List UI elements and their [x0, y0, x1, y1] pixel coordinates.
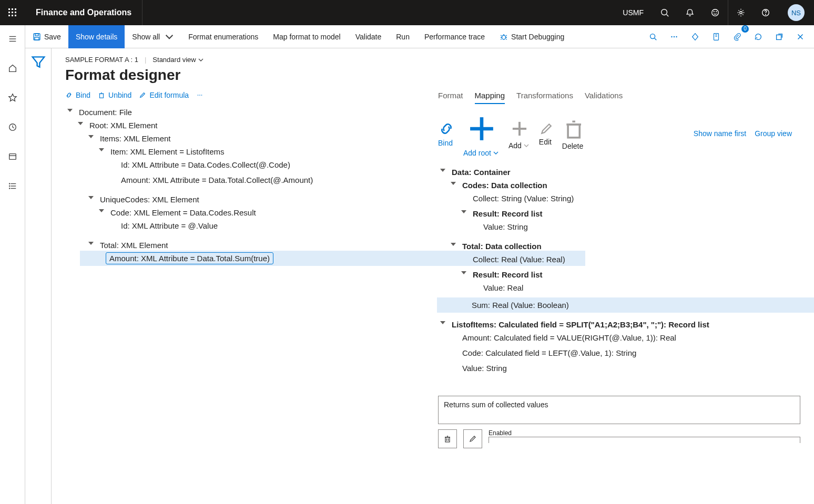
feedback-button[interactable]: [703, 0, 728, 25]
tree-node-amount[interactable]: Amount: XML Attribute = Data.Total.Colle…: [118, 174, 316, 186]
tree-caret[interactable]: [87, 241, 94, 248]
actionbar-popout[interactable]: [770, 27, 789, 46]
actionbar-more[interactable]: [665, 27, 684, 46]
tree-node-id2[interactable]: Id: XML Attribute = @.Value: [118, 220, 221, 231]
actionbar-attachments[interactable]: 0: [728, 27, 747, 46]
tree-node-value-string[interactable]: Value: String: [480, 221, 531, 232]
mapping-bind-button[interactable]: Bind: [438, 120, 455, 147]
tree-node-value-string2[interactable]: Value: String: [459, 363, 510, 374]
tree-node-value-real[interactable]: Value: Real: [480, 282, 526, 293]
tree-node-collect-string[interactable]: Collect: String (Value: String): [470, 193, 577, 204]
tree-caret[interactable]: [77, 121, 83, 128]
format-enumerations-button[interactable]: Format enumerations: [181, 25, 266, 48]
actionbar-office[interactable]: [686, 27, 705, 46]
tree-caret[interactable]: [98, 209, 104, 215]
run-button[interactable]: Run: [389, 25, 417, 48]
start-debugging-button[interactable]: Start Debugging: [492, 25, 572, 48]
tab-transformations[interactable]: Transformations: [516, 91, 573, 104]
view-selector[interactable]: Standard view: [152, 56, 203, 64]
tree-caret[interactable]: [450, 242, 456, 249]
tree-caret[interactable]: [439, 321, 445, 327]
tree-caret[interactable]: [66, 108, 73, 115]
actionbar-close[interactable]: [791, 27, 810, 46]
group-view-button[interactable]: Group view: [755, 129, 792, 138]
actionbar-search[interactable]: [644, 27, 663, 46]
topbar: Finance and Operations USMF NS: [0, 0, 814, 25]
show-details-button[interactable]: Show details: [68, 25, 125, 48]
tree-caret[interactable]: [460, 271, 466, 277]
nav-home[interactable]: [0, 59, 25, 78]
tree-node-code-calc[interactable]: Code: Calculated field = LEFT(@.Value, 1…: [459, 347, 639, 358]
tree-caret[interactable]: [460, 210, 466, 216]
enabled-field[interactable]: [489, 437, 800, 443]
chevron-down-icon: [493, 150, 498, 156]
svg-rect-7: [12, 15, 13, 16]
svg-point-27: [9, 186, 9, 186]
tree-node-sum[interactable]: Sum: Real (Value: Boolean): [469, 300, 572, 311]
app-launcher[interactable]: [0, 0, 25, 25]
map-format-button[interactable]: Map format to model: [266, 25, 348, 48]
nav-rail: [0, 25, 25, 504]
validate-button[interactable]: Validate: [348, 25, 389, 48]
add-root-button[interactable]: Add root: [463, 110, 500, 157]
tree-node-listofitems[interactable]: ListofItems: Calculated field = SPLIT("A…: [449, 319, 713, 330]
tree-node-item[interactable]: Item: XML Element = ListofItems: [107, 146, 228, 157]
svg-point-35: [671, 36, 672, 37]
unbind-button[interactable]: Unbind: [98, 91, 131, 99]
save-button[interactable]: Save: [25, 25, 68, 48]
tree-node-total-amount[interactable]: Amount: XML Attribute = Data.Total.Sum(t…: [106, 253, 273, 264]
tree-node-data[interactable]: Data: Container: [449, 167, 514, 178]
tree-caret[interactable]: [87, 135, 94, 141]
tree-node-items[interactable]: Items: XML Element: [97, 133, 174, 144]
add-button[interactable]: Add: [508, 118, 531, 150]
tree-node-total[interactable]: Total: XML Element: [97, 240, 171, 251]
user-menu[interactable]: NS: [778, 0, 814, 25]
edit-formula-button[interactable]: Edit formula: [139, 91, 189, 99]
nav-hamburger[interactable]: [0, 29, 25, 48]
tree-node-document[interactable]: Document: File: [76, 107, 135, 118]
nav-workspaces[interactable]: [0, 147, 25, 166]
search-button[interactable]: [652, 0, 677, 25]
nav-favorites[interactable]: [0, 88, 25, 107]
edit-formula-button[interactable]: [463, 429, 482, 448]
mapping-tree: Data: Container Codes: Data collection C…: [438, 164, 800, 378]
tree-node-uniquecodes[interactable]: UniqueCodes: XML Element: [97, 194, 202, 205]
enabled-label: Enabled: [489, 429, 800, 437]
bind-label: Bind: [76, 91, 90, 99]
tree-caret[interactable]: [450, 181, 456, 188]
show-all-button[interactable]: Show all: [125, 25, 181, 48]
tree-node-total[interactable]: Total: Data collection: [459, 241, 545, 252]
tab-validations[interactable]: Validations: [585, 91, 623, 104]
help-button[interactable]: [753, 0, 778, 25]
tree-node-result2[interactable]: Result: Record list: [470, 269, 546, 280]
actionbar-office-addin[interactable]: [707, 27, 726, 46]
tree-caret[interactable]: [87, 196, 94, 202]
tree-node-root[interactable]: Root: XML Element: [86, 120, 161, 131]
tree-caret[interactable]: [98, 148, 104, 154]
performance-trace-button[interactable]: Performance trace: [417, 25, 492, 48]
settings-button[interactable]: [728, 0, 753, 25]
tab-format[interactable]: Format: [438, 91, 463, 104]
org-selector[interactable]: USMF: [614, 0, 652, 25]
tree-node-id[interactable]: Id: XML Attribute = Data.Codes.Collect(@…: [118, 159, 293, 170]
bind-button[interactable]: Bind: [65, 91, 90, 99]
pencil-icon: [539, 121, 554, 136]
tree-node-code[interactable]: Code: XML Element = Data.Codes.Result: [107, 207, 259, 218]
show-name-first-button[interactable]: Show name first: [694, 129, 746, 138]
nav-modules[interactable]: [0, 177, 25, 196]
delete-formula-button[interactable]: [438, 429, 457, 448]
tree-node-collect-real[interactable]: Collect: Real (Value: Real): [470, 254, 568, 265]
notifications-button[interactable]: [677, 0, 703, 25]
tree-node-amount-calc[interactable]: Amount: Calculated field = VALUE(RIGHT(@…: [459, 332, 679, 343]
tree-caret[interactable]: [439, 168, 445, 174]
tree-node-result1[interactable]: Result: Record list: [470, 208, 546, 219]
tree-node-codes[interactable]: Codes: Data collection: [459, 180, 551, 191]
actionbar-refresh[interactable]: [749, 27, 768, 46]
filter-button[interactable]: [30, 54, 47, 70]
delete-button[interactable]: Delete: [562, 117, 585, 150]
nav-recent[interactable]: [0, 118, 25, 137]
edit-button[interactable]: Edit: [539, 121, 554, 146]
tab-mapping[interactable]: Mapping: [475, 91, 505, 104]
left-more-button[interactable]: [196, 91, 204, 99]
avatar: NS: [788, 4, 805, 21]
